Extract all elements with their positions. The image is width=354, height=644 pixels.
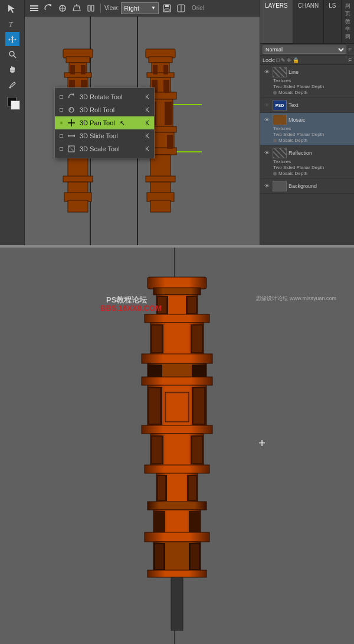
layer-mosaic[interactable]: 👁 Mosaic Textures Two Sided Planar Depth… xyxy=(260,113,354,146)
eye-reflection[interactable]: 👁 xyxy=(263,149,271,157)
zoom-tool-btn[interactable] xyxy=(5,47,19,61)
tool-icon-2[interactable] xyxy=(57,2,68,14)
context-menu: 3D Rotate Tool K 3D Roll Tool K 3D Pan T… xyxy=(54,87,155,158)
top-section: T xyxy=(0,0,354,245)
roll-tool-item[interactable]: 3D Roll Tool K xyxy=(55,103,154,116)
svg-rect-103 xyxy=(194,388,204,424)
scale-shortcut: K xyxy=(145,146,149,152)
svg-rect-5 xyxy=(11,66,12,71)
layer-reflection-sub3: Mosaic Depth xyxy=(263,170,352,177)
rotate-tool-icon xyxy=(67,92,76,102)
layers-panel: LAYERS CHANN LS 网页教学网 Normal F Lock: □ ✎… xyxy=(260,0,354,245)
channels-tab[interactable]: CHANN xyxy=(293,0,324,43)
lock-label: Lock: xyxy=(263,57,276,63)
hand-tool-btn[interactable] xyxy=(5,63,19,77)
svg-rect-6 xyxy=(12,67,14,71)
move-tool-btn[interactable] xyxy=(5,32,19,46)
layer-background[interactable]: 👁 Background xyxy=(260,179,354,194)
scale-tool-item[interactable]: 3D Scale Tool K xyxy=(55,142,154,155)
layer-text[interactable]: 👁 PSD Text xyxy=(260,98,354,113)
slide-tool-icon xyxy=(67,131,76,141)
svg-rect-11 xyxy=(30,8,38,9)
layer-line[interactable]: 👁 Line Textures Two Sided Planar Depth M… xyxy=(260,65,354,98)
layer-line-name: Line xyxy=(289,69,352,75)
layer-line-sub1: Textures xyxy=(263,77,352,83)
type-tool-btn[interactable]: T xyxy=(5,17,19,31)
slide-tool-item[interactable]: 3D Slide Tool K xyxy=(55,129,154,142)
svg-marker-17 xyxy=(73,6,80,11)
pan-tool-item[interactable]: 3D Pan Tool ↖ K xyxy=(55,116,154,129)
panel-watermark: 网页教学网 xyxy=(342,0,354,43)
svg-rect-52 xyxy=(147,73,174,77)
toolbar-left: T xyxy=(0,0,25,245)
layer-text-name: Text xyxy=(289,102,352,108)
eye-text[interactable]: 👁 xyxy=(263,101,271,109)
blend-mode-select[interactable]: Normal xyxy=(263,45,346,54)
svg-rect-93 xyxy=(192,326,202,352)
svg-rect-126 xyxy=(155,544,163,569)
layer-mosaic-sub1: Textures xyxy=(263,125,352,131)
view-dropdown[interactable]: Right xyxy=(121,2,159,14)
scale-dot xyxy=(60,147,63,151)
layer-reflection-sub3-name: Mosaic Depth xyxy=(278,171,307,176)
svg-rect-59 xyxy=(150,155,171,178)
lock-icon-1[interactable]: □ xyxy=(277,57,280,63)
eye-mosaic[interactable]: 👁 xyxy=(263,116,271,124)
lock-row: Lock: □ ✎ ✛ 🔒 F xyxy=(260,56,354,65)
view-value: Right xyxy=(124,5,139,12)
svg-rect-128 xyxy=(148,570,206,577)
roll-tool-icon xyxy=(67,105,76,115)
layer-reflection[interactable]: 👁 Reflection Textures Two Sided Planar D… xyxy=(260,146,354,179)
layers-list: 👁 Line Textures Two Sided Planar Depth M… xyxy=(260,65,354,245)
save-icon[interactable] xyxy=(161,2,173,14)
svg-rect-69 xyxy=(165,102,172,125)
svg-text:T: T xyxy=(9,20,14,28)
eyedropper-tool-btn[interactable] xyxy=(5,78,19,92)
svg-rect-60 xyxy=(146,176,175,182)
svg-rect-22 xyxy=(165,5,169,7)
roll-shortcut: K xyxy=(145,107,149,113)
roll-dot xyxy=(60,108,63,112)
svg-rect-20 xyxy=(91,5,94,11)
thumb-reflection xyxy=(273,148,287,158)
rotate-icon[interactable] xyxy=(42,2,54,14)
svg-rect-71 xyxy=(167,135,173,149)
svg-point-3 xyxy=(9,51,14,56)
tool-icon-3[interactable] xyxy=(71,2,83,14)
svg-rect-116 xyxy=(158,476,165,500)
svg-rect-106 xyxy=(142,425,212,434)
layers-tab[interactable]: LAYERS xyxy=(260,0,293,43)
eye-background[interactable]: 👁 xyxy=(263,182,271,190)
thumb-background xyxy=(273,181,287,191)
svg-rect-105 xyxy=(166,393,188,421)
ls-tab[interactable]: LS xyxy=(324,0,341,43)
layers-controls: Normal F xyxy=(260,44,354,56)
svg-rect-86 xyxy=(158,297,166,313)
lock-icon-4[interactable]: 🔒 xyxy=(293,57,299,63)
layer-mosaic-sub2: Two Sided Planar Depth xyxy=(263,131,352,137)
svg-marker-77 xyxy=(68,135,70,137)
menu-icon-1[interactable] xyxy=(28,2,40,14)
3d-object-bottom xyxy=(112,271,242,640)
svg-rect-110 xyxy=(152,437,162,463)
layer-line-sub3: Mosaic Depth xyxy=(263,89,352,96)
orientation-icon[interactable] xyxy=(175,2,187,14)
thumb-text: PSD xyxy=(273,100,287,110)
svg-rect-12 xyxy=(30,10,38,11)
svg-marker-0 xyxy=(8,5,15,13)
tool-icon-4[interactable] xyxy=(85,2,97,14)
svg-rect-27 xyxy=(66,57,90,63)
roll-tool-label: 3D Roll Tool xyxy=(80,106,114,113)
svg-rect-65 xyxy=(163,65,168,74)
eye-line[interactable]: 👁 xyxy=(263,68,271,76)
svg-marker-78 xyxy=(73,135,75,137)
svg-rect-117 xyxy=(189,476,196,500)
sub-dot-2 xyxy=(273,139,277,142)
lock-icon-3[interactable]: ✛ xyxy=(287,57,291,63)
layer-mosaic-sub3-name: Mosaic Depth xyxy=(278,138,307,143)
svg-rect-112 xyxy=(145,465,209,473)
rotate-tool-item[interactable]: 3D Rotate Tool K xyxy=(55,90,154,103)
svg-rect-82 xyxy=(153,288,201,295)
scale-tool-label: 3D Scale Tool xyxy=(80,145,120,152)
lock-icon-2[interactable]: ✎ xyxy=(281,57,286,63)
